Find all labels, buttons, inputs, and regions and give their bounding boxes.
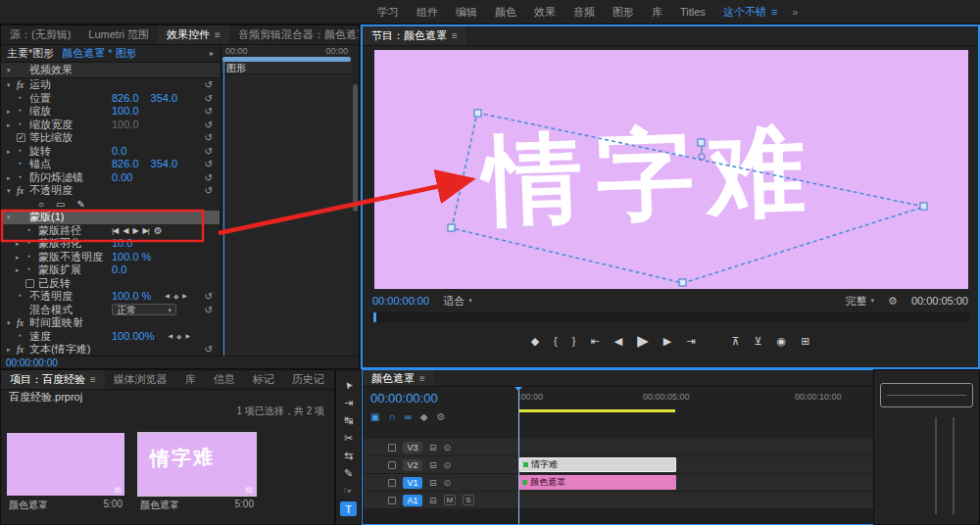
track-one-frame-back-button[interactable]: |◀ [112, 224, 118, 237]
param-value[interactable]: 100.0 [112, 105, 139, 118]
playhead[interactable] [223, 57, 224, 356]
stopwatch-icon[interactable]: ◔ [25, 263, 38, 276]
stopwatch-icon[interactable]: ◔ [17, 145, 29, 158]
reset-parameter-icon[interactable]: ↺ [205, 119, 213, 131]
opacity-mask-outline[interactable] [374, 50, 968, 289]
item-name[interactable]: 颜色遮罩 [140, 499, 179, 512]
track-target-button[interactable]: A1 [403, 495, 422, 506]
timeline-clip[interactable]: 情字难 [519, 457, 676, 472]
param-value[interactable]: 826.0 [112, 158, 139, 170]
program-scrub-bar[interactable] [370, 312, 970, 322]
reset-parameter-icon[interactable]: ↺ [205, 304, 213, 316]
program-video-frame[interactable]: 情字难 [374, 50, 968, 289]
param-value[interactable]: 354.0 [151, 92, 178, 105]
track-lock-icon[interactable] [388, 461, 396, 469]
workspace-tab-7[interactable]: 库 [643, 5, 671, 20]
stopwatch-icon[interactable]: ◔ [17, 330, 29, 343]
blend-mode-select[interactable]: 正常▾ [112, 304, 176, 315]
param-value[interactable]: 100.0 [112, 119, 139, 131]
clip-instance-label[interactable]: 颜色遮罩 * 图形 [62, 46, 136, 61]
reset-parameter-icon[interactable]: ↺ [205, 184, 213, 197]
disclosure-triangle-icon[interactable]: ▾ [7, 211, 17, 223]
reset-parameter-icon[interactable]: ↺ [205, 105, 213, 118]
snap-toggle[interactable]: ∩ [388, 411, 395, 422]
track-target-button[interactable]: V1 [403, 477, 422, 489]
panel-tab-0[interactable]: 源：(无剪辑) [1, 25, 79, 44]
settings-wrench-icon[interactable]: ⚙ [888, 295, 898, 308]
disclosure-triangle-icon[interactable]: ▾ [7, 64, 17, 76]
workspace-tab-3[interactable]: 颜色 [486, 5, 525, 20]
go-to-out-button[interactable]: ⇥ [686, 335, 695, 348]
mark-in-button[interactable]: { [554, 335, 558, 347]
current-timecode[interactable]: 00:00:00:00 [6, 358, 58, 368]
param-value[interactable]: 10.0 [112, 237, 132, 250]
disclosure-triangle-icon[interactable]: ▸ [7, 171, 17, 184]
stopwatch-icon[interactable]: ◔ [25, 237, 38, 250]
step-forward-button[interactable]: ▶ [663, 335, 671, 348]
reset-parameter-icon[interactable]: ↺ [205, 290, 213, 303]
param-value[interactable]: 826.0 [112, 92, 139, 105]
add-keyframe-button[interactable]: ◆ [173, 290, 178, 303]
param-value[interactable]: 100.0 [112, 251, 139, 263]
toggle-track-output-eye-icon[interactable]: ⊙ [444, 460, 452, 470]
mark-out-button[interactable]: } [572, 335, 576, 347]
workspace-tab-8[interactable]: Titles [671, 6, 714, 18]
timeline-clip[interactable]: 颜色遮罩 [519, 475, 676, 490]
insert-track-icon[interactable]: ⊟ [429, 460, 437, 470]
extract-button[interactable]: ⊻ [754, 335, 761, 348]
disclosure-triangle-icon[interactable]: ▸ [7, 343, 17, 356]
track-backward-button[interactable]: ◀ [122, 224, 127, 237]
playhead[interactable] [373, 312, 376, 322]
checkbox[interactable] [25, 279, 34, 288]
panel-tab-5[interactable]: 历史记 [283, 370, 333, 389]
param-value[interactable]: 0.0 [112, 263, 126, 276]
mask-vertex-handles[interactable] [448, 110, 927, 286]
stopwatch-icon[interactable]: ◔ [17, 158, 29, 170]
reset-parameter-icon[interactable]: ↺ [205, 78, 213, 91]
mask-feather-handle[interactable] [699, 154, 705, 160]
param-value[interactable]: 0.0 [112, 145, 126, 158]
stopwatch-icon[interactable]: ◔ [17, 171, 29, 184]
panel-tab-2[interactable]: 库 [176, 370, 205, 389]
slip-tool[interactable]: ⇆ [340, 449, 357, 463]
previous-keyframe-button[interactable]: ◀ [165, 290, 170, 303]
next-keyframe-button[interactable]: ▶ [182, 290, 187, 303]
stopwatch-icon[interactable]: ◔ [17, 92, 29, 105]
workspace-overflow-icon[interactable]: » [786, 6, 804, 18]
workspace-tab-9[interactable]: 这个不错≡ [714, 5, 786, 20]
panel-tab-1[interactable]: Lumetri 范围 [79, 25, 158, 44]
stopwatch-icon[interactable]: ◔ [17, 105, 29, 118]
ripple-edit-tool[interactable]: ↹ [340, 413, 357, 428]
play-button[interactable]: ▶ [637, 332, 649, 350]
linked-selection-toggle[interactable]: ∞ [405, 411, 412, 422]
program-timecode[interactable]: 00:00:00:00 [372, 295, 429, 307]
pen-tool[interactable]: ✎ [340, 466, 357, 481]
param-value[interactable]: 354.0 [151, 158, 178, 170]
workspace-tab-5[interactable]: 音频 [564, 5, 604, 20]
reset-parameter-icon[interactable]: ↺ [205, 145, 213, 158]
disclosure-triangle-icon[interactable]: ▸ [7, 105, 17, 118]
disclosure-triangle-icon[interactable]: ▸ [16, 251, 25, 263]
add-marker-button[interactable]: ◆ [531, 335, 539, 348]
project-file-name[interactable]: 百度经验.prproj [9, 390, 82, 405]
create-bezier-mask-icon[interactable]: ✎ [77, 198, 85, 211]
toggle-track-output-eye-icon[interactable]: ⊙ [444, 478, 452, 488]
tab-overflow-icon[interactable]: » [333, 370, 334, 389]
disclosure-triangle-icon[interactable]: ▸ [7, 119, 17, 131]
track-lane[interactable] [518, 439, 873, 455]
insert-track-icon[interactable]: ⊟ [429, 496, 437, 505]
effect-row[interactable]: ▾蒙版(1) [1, 211, 220, 224]
selection-tool[interactable]: ➤ [337, 374, 359, 397]
checkbox[interactable]: ✓ [17, 133, 25, 142]
disclosure-triangle-icon[interactable]: ▾ [7, 78, 17, 91]
create-rect-mask-icon[interactable]: ▭ [56, 198, 65, 211]
panel-menu-icon[interactable]: ≡ [452, 30, 458, 41]
zoom-level-select[interactable]: 适合 ▾ [443, 294, 472, 309]
panel-tab-0[interactable]: 项目：百度经验≡ [1, 370, 105, 389]
param-value[interactable]: 0.00 [112, 171, 132, 184]
timeline-timecode[interactable]: 00:00:00:00 [370, 391, 438, 406]
reset-parameter-icon[interactable]: ↺ [205, 158, 213, 170]
scrollbar[interactable] [353, 84, 358, 212]
disclosure-triangle-icon[interactable]: ▸ [16, 237, 25, 250]
playback-resolution-select[interactable]: 完整 ▾ [845, 294, 874, 309]
